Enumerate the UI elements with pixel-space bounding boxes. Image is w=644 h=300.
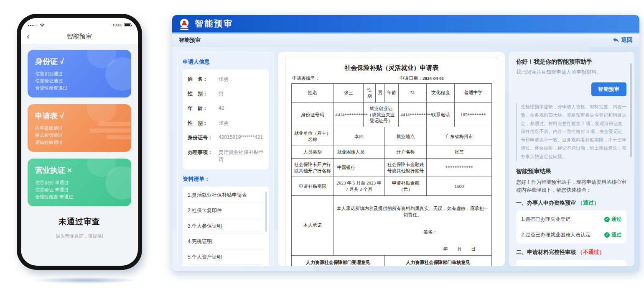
review-result-intro: 您好！作为智能预审助手，现将申请资料的核心审核内容梳理如下，帮您快速核查： [516,178,626,194]
acceptance-opinion-title: 人力资源社会保障部门受理意见 [293,259,383,266]
assistant-panel-scrollbar[interactable] [630,63,632,157]
material-list-item[interactable]: 3.个人参保证明 [188,218,263,234]
card-check-line: 格式检查通过 [35,132,124,139]
material-list-item[interactable]: 5.个人资产证明 [188,249,263,265]
cell-label: 申请补贴期限 [292,177,334,196]
field-value: 男 [219,90,224,97]
qualification-check-card: 1.是否已办理失业登记 ✓通过 2.是否已办理就业困难人员认定 ✓通过 [516,210,626,244]
cell-value: 就业困难人员 [333,146,384,158]
field-value: 42 [219,105,224,111]
run-smart-review-button[interactable]: 智能预审 [591,82,626,96]
app-header: 智能预审 [172,15,639,33]
cell-label: 就业地点 [384,127,427,146]
app-title: 智能预审 [195,18,233,29]
check-item-label: 1.是否已办理失业登记 [521,216,570,223]
cell-value: 李四 [333,127,384,146]
materials-scrollbar[interactable] [265,192,267,232]
check-item-label: 2.是否已办理就业困难人员认定 [521,231,591,238]
wifi-icon [40,23,45,27]
cell-label: 文化程度 [427,84,455,103]
status-badge-pass: ✓通过 [604,231,621,238]
check-item-label: 1.是否提供身份证复印件 [521,265,575,266]
check-circle-icon: ✓ [604,217,610,222]
phone-shadow [33,277,138,284]
app-logo-icon [178,18,191,30]
page-title: 智能预审 [179,36,201,44]
cell-value: 185******** [455,102,492,127]
card-title: 身份证 √ [35,56,124,67]
section-status-fail: （不通过） [578,249,605,255]
material-list-item[interactable]: 1.灵活就业社保补贴申请表 [188,187,263,203]
phone-screen: ●●●○○ 100% ‹ 智能预审 身份证 √ 信息识别通过 信息验证通 [21,18,138,266]
check-circle-icon: ✓ [604,232,610,238]
material-list-item[interactable]: 4.完税证明 [188,234,263,249]
back-button[interactable]: 返回 [613,36,633,44]
table-row: 身份证号码 4414********** 就业创业证（或就业失业登记证号） 44… [292,102,492,127]
breadcrumb-bar: 智能预审 返回 [172,33,639,47]
cell-label: 社会保障卡开户行或其他开户行名称 [292,158,334,177]
apply-date: 申请日期：2024-04-01 [400,75,444,82]
cell-label: 社会保障卡金融账号或其他银行账号 [384,158,427,177]
battery-percent: 100% [112,23,122,27]
phone-body: 身份证 √ 信息识别通过 信息验证通过 合规性检查通过 申请表 √ 内容提取通过… [21,44,138,239]
cell-value: 4414********** [399,102,427,127]
table-row-opinions: 人力资源社会保障部门受理意见 签名： （单位盖章） 年 月 日 人力资源社会保障… [292,255,492,266]
phone-mockup: ●●●○○ 100% ‹ 智能预审 身份证 √ 信息识别通过 信息验证通 [17,14,142,270]
material-list-item[interactable]: 2.社保卡复印件 [188,203,263,218]
field-label: 办理事项： [188,149,219,156]
check-item: 2.是否已办理就业困难人员认定 ✓通过 [521,227,621,242]
document-meta-row: 申请表编号： 申请日期：2024-04-01 [291,75,492,83]
cell-value: 张三 [333,84,364,103]
cell-value: 男 [376,84,385,103]
table-row: 社会保障卡开户行或其他开户行名称 中国银行 社会保障卡金融账号或其他银行账号 *… [292,158,492,177]
field-label: 性 别： [188,90,219,97]
status-badge-fail: ×不通过 [599,265,621,266]
cell-value: 普通中学 [455,84,492,103]
document-title: 社会保险补贴（灵活就业）申请表 [291,61,492,75]
status-card-application-form: 申请表 √ 内容提取通过 格式检查通过 逻辑校验通过 [28,104,131,152]
phone-navbar: ‹ 智能预审 [21,29,138,44]
card-title: 申请表 √ [35,111,124,121]
section-title: 二、申请材料完整性审核 [516,249,576,255]
check-item: 1.是否提供身份证复印件 ×不通过 原因：缺失材料：身份证复印件,建议申请人核查… [521,261,621,266]
cell-label: 性别 [364,84,376,103]
info-row-matter: 办理事项： 灵活就业社保补贴申请 [188,145,264,167]
info-row-id-number: 身份证号： 42015819*******421 [188,131,264,145]
cell-value: 张三 [427,146,492,158]
review-logic-note: 先梳理预审逻辑，分申请人资格、材料完整、内容一致、业务规则四大块。资格预审看失业… [516,103,626,161]
field-value: 张勇 [219,76,229,83]
phone-back-chevron-icon[interactable]: ‹ [27,31,30,41]
materials-list-title: 资料清单： [183,175,269,183]
info-row-name: 姓 名： 张勇 [188,72,264,87]
section-status-pass: （通过） [578,200,599,206]
ai-assistant-panel: 你好！我是你的智能预审助手 我已阅读并且知晓申请人的申报材料。 智能预审 先梳理… [509,52,634,266]
materials-list: 1.灵活就业社保补贴申请表 2.社保卡复印件 3.个人参保证明 4.完税证明 5… [183,187,269,266]
cell-value: 中国银行 [333,158,384,177]
main-content: 申请人信息 姓 名： 张勇 性 别： 男 年 龄： 42 性 别： 张勇 [172,47,639,271]
card-check-line: 内容提取通过 [35,125,124,132]
field-value: 灵活就业社保补贴申请 [219,149,264,163]
field-label: 性 别： [188,120,219,127]
table-row: 姓名 张三 性别 男 年龄 51 文化程度 普通中学 [292,84,492,103]
info-row-age: 年 龄： 42 [188,101,264,116]
phone-statusbar: ●●●○○ 100% [21,18,138,29]
assistant-greeting-title: 你好！我是你的智能预审助手 [516,58,626,66]
completeness-check-card: 1.是否提供身份证复印件 ×不通过 原因：缺失材料：身份证复印件,建议申请人核查… [516,260,626,266]
promise-content: 本人承诺所填内容及提供的所有资料均属真实、无误，如有虚假，愿承担一切责任。 签名… [333,196,491,255]
cell-label: 姓名 [292,84,334,103]
info-row-gender2: 性 别： 张勇 [188,116,264,131]
card-check-line: 信息验证 未通过 [35,186,124,193]
info-row-gender: 性 别： 男 [188,87,264,101]
card-title: 营业执证 × [35,165,124,175]
material-list-item[interactable]: 6.完税证明 [188,265,263,266]
field-label: 身份证号： [188,134,219,141]
field-value: 42015819*******421 [219,134,263,140]
field-label: 年 龄： [188,105,219,112]
table-row-promise: 本人承诺 本人承诺所填内容及提供的所有资料均属真实、无误，如有虚假，愿承担一切责… [292,196,492,255]
review-result-note: 缺失营业执证，请提供! [28,233,131,239]
signal-strength-icon: ●●●○○ [28,24,38,27]
document-preview-panel: 社会保险补贴（灵活就业）申请表 申请表编号： 申请日期：2024-04-01 姓… [278,52,505,266]
section-qualification-heading: 一、办事人申办资格预审 （通过） [516,199,626,207]
cell-label: 申请补贴金额（元） [384,177,427,196]
check-item: 1.是否已办理失业登记 ✓通过 [521,212,621,227]
